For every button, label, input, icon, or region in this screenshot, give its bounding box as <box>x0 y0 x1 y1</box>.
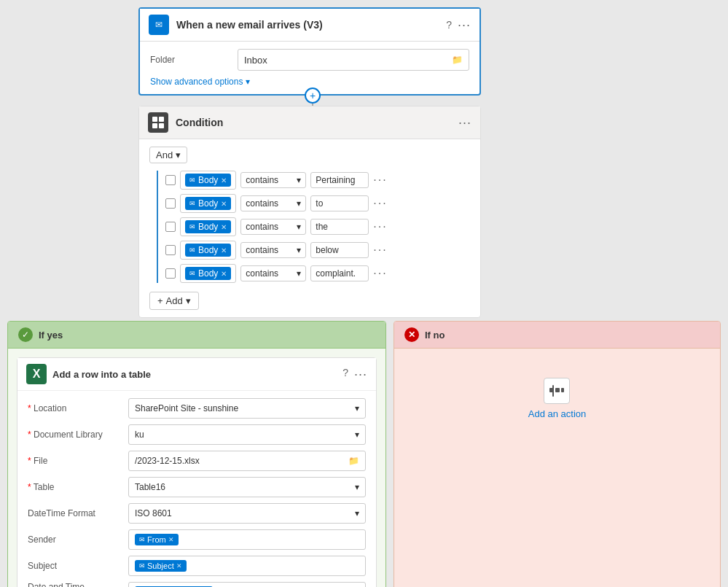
table-input[interactable]: Table16 ▾ <box>128 477 366 497</box>
condition-icon <box>148 112 168 133</box>
body-tag-1: ✉ Body ✕ <box>180 171 236 190</box>
row-more-2[interactable]: ··· <box>373 197 387 210</box>
excel-title: Add a row into a table <box>52 369 337 380</box>
operator-chevron-1: ▾ <box>297 175 301 185</box>
add-label: Add <box>166 295 183 306</box>
condition-checkbox-5[interactable] <box>165 268 176 279</box>
condition-body: And ▾ ✉ Body ✕ contains ▾ <box>139 139 480 317</box>
if-yes-icon: ✓ <box>18 327 33 342</box>
chevron-down-icon: ▾ <box>246 77 250 87</box>
condition-row-3: ✉ Body ✕ contains ▾ the ··· <box>165 217 470 236</box>
operator-chevron-4: ▾ <box>297 245 301 255</box>
sender-field-row: Sender ✉ From ✕ <box>28 529 366 550</box>
value-5: complaint. <box>310 265 369 281</box>
condition-more-icon[interactable]: ··· <box>458 115 471 131</box>
split-container: ✓ If yes X Add a row into a table ? ··· <box>7 321 721 587</box>
and-chevron-icon: ▾ <box>176 149 181 160</box>
outlook-small-icon-5: ✉ <box>189 270 195 277</box>
condition-row-1: ✉ Body ✕ contains ▾ Pertaining ··· <box>165 171 470 190</box>
sender-label: Sender <box>28 534 122 545</box>
if-no-header: ✕ If no <box>394 322 720 349</box>
row-more-3[interactable]: ··· <box>373 220 387 233</box>
datetime-input[interactable]: ISO 8601 ▾ <box>128 503 366 524</box>
condition-header: Condition ··· <box>139 106 480 139</box>
location-chevron-icon: ▾ <box>355 403 359 413</box>
add-condition-btn[interactable]: + Add ▾ <box>149 292 199 310</box>
document-library-value: ku <box>135 429 144 440</box>
folder-value: Inbox <box>244 55 267 66</box>
and-dropdown[interactable]: And ▾ <box>149 147 187 163</box>
add-action-btn[interactable]: Add an action <box>528 378 587 419</box>
svg-rect-1 <box>159 117 164 122</box>
datetime-label: DateTime Format <box>28 508 122 518</box>
condition-checkbox-3[interactable] <box>165 222 176 232</box>
if-yes-header: ✓ If yes <box>8 322 385 349</box>
add-step-btn[interactable]: + <box>305 88 321 104</box>
excel-help-icon[interactable]: ? <box>343 367 348 382</box>
date-time-received-input[interactable]: ✉ Received Time ✕ <box>128 582 366 587</box>
folder-input[interactable]: Inbox 📁 <box>238 49 469 71</box>
body-remove-2[interactable]: ✕ <box>221 200 227 208</box>
body-chip-5: ✉ Body ✕ <box>185 267 231 280</box>
row-more-4[interactable]: ··· <box>373 244 387 257</box>
body-chip-3: ✉ Body ✕ <box>185 220 231 233</box>
body-remove-3[interactable]: ✕ <box>221 223 227 231</box>
operator-4[interactable]: contains ▾ <box>240 242 306 258</box>
excel-letter: X <box>33 368 41 381</box>
email-trigger-body: Folder Inbox 📁 Show advanced options ▾ <box>140 42 480 94</box>
value-2: to <box>310 195 369 211</box>
excel-more-icon[interactable]: ··· <box>354 367 367 382</box>
datetime-chevron-icon: ▾ <box>355 508 359 518</box>
show-advanced-btn[interactable]: Show advanced options ▾ <box>150 77 469 87</box>
table-value: Table16 <box>135 482 165 492</box>
date-time-received-label: Date and Time Received <box>28 582 122 587</box>
add-action-label: Add an action <box>528 408 587 419</box>
outlook-small-icon-4: ✉ <box>189 246 195 254</box>
row-more-1[interactable]: ··· <box>373 174 387 187</box>
sender-input[interactable]: ✉ From ✕ <box>128 529 366 550</box>
from-chip-icon: ✉ <box>139 536 145 543</box>
operator-1[interactable]: contains ▾ <box>240 172 306 188</box>
from-chip-remove[interactable]: ✕ <box>168 536 174 543</box>
operator-2[interactable]: contains ▾ <box>240 195 306 211</box>
if-yes-title: If yes <box>39 330 63 341</box>
condition-checkbox-2[interactable] <box>165 198 176 209</box>
condition-row-2: ✉ Body ✕ contains ▾ to ··· <box>165 194 470 213</box>
help-icon[interactable]: ? <box>446 19 452 31</box>
subject-chip-remove[interactable]: ✕ <box>176 562 182 569</box>
folder-label: Folder <box>150 55 230 65</box>
table-label: Table <box>28 482 122 492</box>
operator-5[interactable]: contains ▾ <box>240 265 306 281</box>
file-input[interactable]: /2023-12-15.xlsx 📁 <box>128 451 366 471</box>
body-remove-4[interactable]: ✕ <box>221 246 227 254</box>
location-input[interactable]: SharePoint Site - sunshine ▾ <box>128 398 366 419</box>
more-options-icon[interactable]: ··· <box>458 18 471 33</box>
body-chip-1: ✉ Body ✕ <box>185 174 231 187</box>
operator-3[interactable]: contains ▾ <box>240 219 306 235</box>
condition-checkbox-1[interactable] <box>165 175 176 185</box>
subject-chip-label: Subject <box>147 561 174 570</box>
plus-icon: + <box>157 295 163 306</box>
body-tag-3: ✉ Body ✕ <box>180 217 236 236</box>
subject-input[interactable]: ✉ Subject ✕ <box>128 556 366 576</box>
if-no-panel: ✕ If no Add an action <box>394 321 721 587</box>
subject-label: Subject <box>28 561 122 571</box>
location-label: Location <box>28 403 122 413</box>
table-field-row: Table Table16 ▾ <box>28 477 366 497</box>
datetime-field-row: DateTime Format ISO 8601 ▾ <box>28 503 366 524</box>
subject-chip: ✉ Subject ✕ <box>135 560 187 572</box>
operator-label-3: contains <box>246 222 278 232</box>
body-remove-5[interactable]: ✕ <box>221 270 227 278</box>
outlook-small-icon-1: ✉ <box>189 176 195 184</box>
body-remove-1[interactable]: ✕ <box>221 176 227 184</box>
row-more-5[interactable]: ··· <box>373 267 387 280</box>
condition-rows: ✉ Body ✕ contains ▾ Pertaining ··· <box>157 171 470 283</box>
condition-checkbox-4[interactable] <box>165 245 176 255</box>
document-library-input[interactable]: ku ▾ <box>128 424 366 445</box>
body-tag-2: ✉ Body ✕ <box>180 194 236 213</box>
email-trigger-card: ✉ When a new email arrives (V3) ? ··· Fo… <box>138 7 481 96</box>
operator-chevron-5: ▾ <box>297 268 301 279</box>
body-chip-2: ✉ Body ✕ <box>185 197 231 210</box>
body-label-2: Body <box>198 198 218 209</box>
datetime-value: ISO 8601 <box>135 508 172 518</box>
